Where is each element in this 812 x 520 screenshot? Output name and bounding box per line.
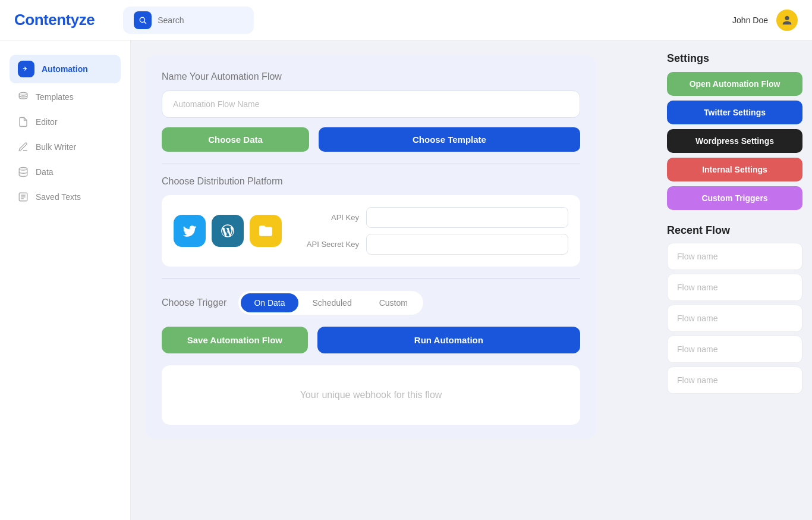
sidebar: Automation Templates Editor Bulk Writer: [0, 40, 131, 520]
recent-flow-title: Recent Flow: [667, 224, 802, 237]
webhook-card: Your unique webhook for this flow: [162, 365, 580, 425]
user-name: John Doe: [732, 15, 768, 25]
folder-icon: [258, 223, 273, 239]
recent-flow-item-1[interactable]: Flow name: [667, 243, 802, 270]
api-fields: API Key API Secret Key: [294, 207, 568, 255]
open-flow-button[interactable]: Open Automation Flow: [667, 72, 802, 96]
choose-data-button[interactable]: Choose Data: [162, 127, 309, 152]
divider-2: [162, 278, 580, 279]
divider-1: [162, 164, 580, 164]
api-key-row: API Key: [294, 207, 568, 228]
svg-point-0: [140, 17, 144, 22]
settings-title: Settings: [667, 52, 802, 65]
folder-platform-icon[interactable]: [250, 215, 282, 247]
trigger-tab-scheduled[interactable]: Scheduled: [300, 293, 365, 312]
editor-icon: [18, 117, 29, 127]
distribution-card: API Key API Secret Key: [162, 195, 580, 267]
automation-icon: [22, 65, 30, 73]
svg-point-3: [19, 168, 27, 171]
sidebar-item-data[interactable]: Data: [10, 161, 121, 183]
search-icon: [139, 16, 147, 24]
run-automation-button[interactable]: Run Automation: [317, 327, 580, 353]
internal-settings-button[interactable]: Internal Settings: [667, 158, 802, 181]
search-bar: [123, 7, 254, 34]
recent-flow-item-2[interactable]: Flow name: [667, 274, 802, 301]
header-right: John Doe: [732, 10, 798, 31]
choose-template-button[interactable]: Choose Template: [319, 127, 580, 152]
trigger-label: Choose Trigger: [162, 297, 226, 308]
templates-icon: [18, 92, 29, 102]
svg-line-1: [144, 21, 146, 23]
bulk-writer-icon: [18, 142, 29, 152]
api-secret-input[interactable]: [366, 234, 568, 255]
wordpress-icon: [220, 223, 235, 239]
api-secret-row: API Secret Key: [294, 234, 568, 255]
sidebar-label-editor: Editor: [36, 117, 58, 127]
sidebar-item-automation[interactable]: Automation: [10, 55, 121, 83]
main-content: Name Your Automation Flow Choose Data Ch…: [131, 40, 657, 520]
webhook-text: Your unique webhook for this flow: [300, 390, 442, 400]
logo: Contentyze: [14, 11, 95, 29]
platform-icons: [174, 215, 282, 247]
sidebar-label-data: Data: [36, 167, 53, 177]
saved-texts-icon: [18, 192, 29, 202]
wordpress-settings-button[interactable]: Wordpress Settings: [667, 129, 802, 153]
sidebar-item-saved-texts[interactable]: Saved Texts: [10, 186, 121, 208]
sidebar-item-bulk-writer[interactable]: Bulk Writer: [10, 136, 121, 158]
sidebar-label-automation: Automation: [42, 64, 88, 74]
recent-flow-item-4[interactable]: Flow name: [667, 336, 802, 363]
sidebar-item-editor[interactable]: Editor: [10, 111, 121, 133]
automation-name-input[interactable]: [162, 90, 580, 118]
trigger-tabs: On Data Scheduled Custom: [238, 291, 423, 315]
sidebar-item-templates[interactable]: Templates: [10, 86, 121, 108]
right-panel: Settings Open Automation Flow Twitter Se…: [657, 40, 812, 520]
layout: Automation Templates Editor Bulk Writer: [0, 40, 812, 520]
wordpress-platform-icon[interactable]: [212, 215, 244, 247]
twitter-bird-icon: [182, 223, 197, 239]
avatar: [776, 10, 798, 31]
data-icon: [18, 167, 29, 177]
api-key-input[interactable]: [366, 207, 568, 228]
action-button-row: Save Automation Flow Run Automation: [162, 327, 580, 353]
save-automation-button[interactable]: Save Automation Flow: [162, 327, 308, 353]
recent-flow-item-5[interactable]: Flow name: [667, 366, 802, 394]
sidebar-label-bulk-writer: Bulk Writer: [36, 142, 76, 152]
search-icon-wrap: [134, 11, 152, 29]
svg-point-2: [19, 93, 27, 96]
name-section-title: Name Your Automation Flow: [162, 71, 580, 82]
distribution-section-title: Choose Distribution Platform: [162, 176, 580, 187]
header: Contentyze John Doe: [0, 0, 812, 40]
search-input[interactable]: [158, 15, 241, 25]
automation-icon-wrap: [18, 61, 34, 77]
trigger-tab-custom[interactable]: Custom: [366, 293, 421, 312]
sidebar-label-templates: Templates: [36, 92, 74, 102]
api-key-label: API Key: [294, 213, 359, 222]
api-secret-label: API Secret Key: [294, 240, 359, 249]
automation-card: Name Your Automation Flow Choose Data Ch…: [145, 55, 597, 439]
twitter-platform-icon[interactable]: [174, 215, 206, 247]
top-button-row: Choose Data Choose Template: [162, 127, 580, 152]
twitter-settings-button[interactable]: Twitter Settings: [667, 101, 802, 124]
custom-triggers-button[interactable]: Custom Triggers: [667, 186, 802, 210]
trigger-tab-on-data[interactable]: On Data: [241, 293, 298, 312]
sidebar-label-saved-texts: Saved Texts: [36, 192, 81, 202]
recent-flow-item-3[interactable]: Flow name: [667, 305, 802, 332]
trigger-section: Choose Trigger On Data Scheduled Custom: [162, 291, 580, 315]
